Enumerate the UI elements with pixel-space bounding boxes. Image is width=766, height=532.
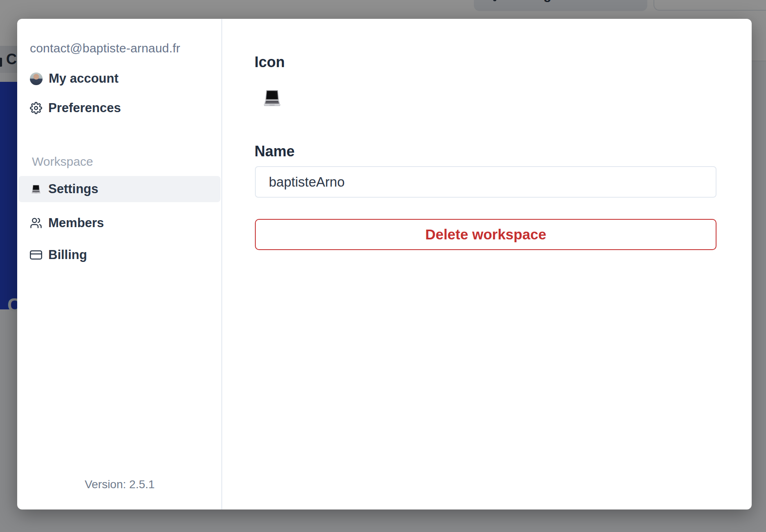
settings-sidebar: contact@baptiste-arnaud.fr My account Pr… [17, 19, 222, 509]
members-label: Members [48, 216, 104, 230]
workspace-name-input[interactable] [255, 166, 716, 198]
sidebar-item-billing[interactable]: Billing [30, 248, 87, 262]
delete-workspace-button[interactable]: Delete workspace [255, 219, 716, 250]
laptop-icon [30, 184, 42, 195]
my-account-label: My account [49, 71, 119, 86]
sidebar-item-settings-selected[interactable]: Settings [18, 176, 221, 202]
credit-card-icon [30, 249, 42, 261]
workspace-settings-modal: contact@baptiste-arnaud.fr My account Pr… [17, 19, 752, 509]
version-label: Version: 2.5.1 [17, 478, 222, 491]
sidebar-item-members[interactable]: Members [30, 216, 104, 230]
sidebar-item-preferences[interactable]: Preferences [30, 101, 121, 115]
workspace-icon-button[interactable] [261, 87, 284, 110]
billing-label: Billing [48, 248, 87, 262]
workspace-section-title: Workspace [32, 155, 93, 169]
preferences-label: Preferences [48, 101, 121, 115]
laptop-icon [261, 88, 284, 108]
settings-content: Icon Name Delete workspace [223, 19, 752, 509]
settings-label: Settings [48, 182, 98, 196]
account-email-label: contact@baptiste-arnaud.fr [30, 41, 180, 55]
icon-section-title: Icon [255, 54, 285, 71]
sidebar-item-my-account[interactable]: My account [30, 72, 119, 86]
gear-icon [30, 102, 42, 114]
user-avatar [30, 72, 43, 85]
users-icon [30, 217, 42, 229]
name-section-title: Name [255, 143, 295, 160]
